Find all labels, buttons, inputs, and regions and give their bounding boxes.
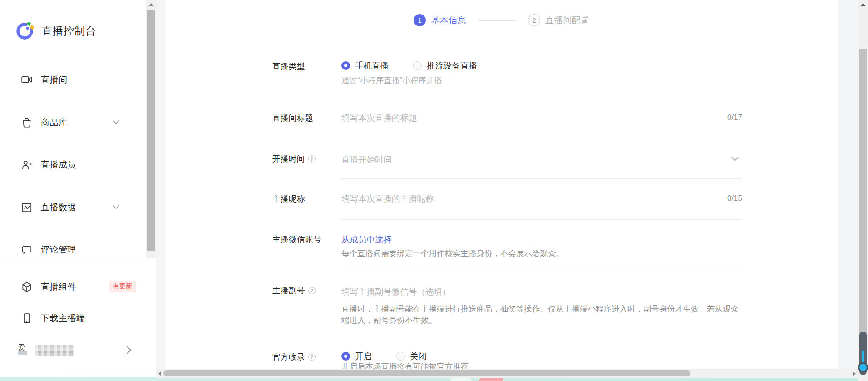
chevron-down-icon [113, 120, 119, 124]
chevron-right-icon [126, 346, 132, 355]
select-chevron-down-icon[interactable] [731, 156, 739, 162]
app-logo-row: 直播控制台 [15, 21, 96, 41]
row-divider [341, 334, 742, 334]
radio-selected-icon [341, 61, 350, 70]
account-name-redacted [35, 345, 74, 356]
help-icon[interactable]: ? [308, 287, 316, 294]
anchor-sub-helper: 直播时，主播副号能在主播端进行推送商品，抽奖等操作。仅从主播端小程序进入时，副号… [341, 303, 742, 326]
official-listing-helper: 开启后本场直播将有可能被官方推荐 [341, 361, 742, 369]
step-2-circle: 2 [528, 14, 540, 26]
row-divider [341, 269, 742, 269]
bag-icon [21, 117, 33, 129]
field-label-official-listing: 官方收录 ? [272, 351, 316, 362]
app-title: 直播控制台 [42, 24, 96, 38]
vertical-scrollbar[interactable] [858, 0, 868, 381]
app-logo-icon [15, 21, 35, 41]
help-icon[interactable]: ? [308, 353, 316, 361]
field-label-anchor-sub: 主播副号 ? [272, 285, 316, 296]
select-from-members-link[interactable]: 从成员中选择 [341, 234, 392, 245]
scroll-up-arrow-icon[interactable] [148, 3, 154, 6]
field-label-anchor-wechat: 主播微信账号 [272, 234, 321, 245]
room-title-counter: 0/17 [674, 113, 742, 122]
sidebar-item-download-anchor-app[interactable]: 下载主播端 [0, 306, 146, 331]
field-label-live-type: 直播类型 [272, 61, 305, 72]
chevron-down-icon [113, 205, 119, 209]
camera-icon [21, 74, 33, 86]
scroll-right-arrow-icon[interactable] [853, 371, 856, 376]
radio-phone-live[interactable]: 手机直播 [341, 60, 389, 71]
sidebar-divider [0, 258, 156, 258]
scroll-left-arrow-icon[interactable] [158, 371, 161, 376]
sidebar-item-live-data[interactable]: 直播数据 [0, 195, 146, 220]
field-label-room-title: 直播间标题 [272, 113, 313, 124]
start-time-select[interactable] [341, 153, 705, 167]
field-label-anchor-nickname: 主播昵称 [272, 193, 305, 204]
sidebar-item-product-library[interactable]: 商品库 [0, 110, 146, 135]
sidebar-scrollbar[interactable] [146, 0, 156, 258]
row-divider [341, 178, 742, 179]
sidebar-scrollbar-thumb[interactable] [147, 10, 155, 251]
horizontal-scrollbar[interactable] [156, 369, 858, 378]
footer-cancel-button[interactable] [449, 378, 472, 381]
anchor-sub-input[interactable] [341, 285, 705, 299]
members-icon [21, 159, 33, 171]
room-title-input[interactable] [341, 111, 705, 125]
anchor-wechat-helper: 每个直播间需要绑定一个用作核实主播身份，不会展示给观众。 [341, 248, 742, 259]
account-row[interactable]: 爱 [0, 338, 146, 363]
vertical-scrollbar-thumb[interactable] [859, 49, 867, 340]
live-console-screen: 直播控制台 直播间 商品库 直播 [0, 0, 868, 381]
row-divider [341, 219, 742, 220]
scroll-up-arrow-icon[interactable] [860, 3, 866, 6]
sidebar-item-live-room[interactable]: 直播间 [0, 67, 146, 93]
scroll-indicator-widget [859, 332, 867, 375]
radio-unselected-icon [413, 61, 422, 70]
horizontal-scrollbar-thumb[interactable] [163, 370, 690, 376]
avatar: 爱 [18, 343, 29, 358]
row-divider [341, 97, 742, 97]
radio-unselected-icon [396, 352, 405, 361]
update-badge: 有更新 [109, 281, 136, 292]
radio-push-device-live[interactable]: 推流设备直播 [413, 60, 477, 71]
step-1-circle: 1 [414, 14, 426, 26]
phone-icon [21, 312, 33, 324]
help-icon[interactable]: ? [308, 155, 316, 163]
footer-submit-button[interactable] [479, 378, 503, 381]
radio-selected-icon [341, 352, 350, 361]
step-connector [478, 20, 516, 21]
sidebar-item-live-members[interactable]: 直播成员 [0, 152, 146, 178]
cube-icon [21, 281, 33, 293]
avatar-subtext-blur [18, 351, 27, 355]
anchor-nickname-counter: 0/15 [674, 194, 742, 203]
sidebar-item-comment-management[interactable]: 评论管理 [0, 237, 146, 262]
step-basic-info[interactable]: 1 基本信息 [414, 14, 466, 26]
comment-icon [21, 244, 33, 256]
anchor-nickname-input[interactable] [341, 192, 705, 206]
form-card: 1 基本信息 2 直播间配置 直播类型 手机直播 [165, 0, 838, 369]
sidebar: 直播控制台 直播间 商品库 直播 [0, 0, 156, 377]
step-indicator: 1 基本信息 2 直播间配置 [165, 14, 838, 26]
field-label-start-time: 开播时间 ? [272, 153, 316, 164]
step-room-config[interactable]: 2 直播间配置 [528, 14, 590, 26]
radio-official-off[interactable]: 关闭 [396, 351, 427, 362]
live-type-radio-group: 手机直播 推流设备直播 [341, 60, 502, 71]
chart-icon [21, 202, 33, 213]
scroll-indicator-ball [858, 362, 868, 372]
official-listing-radio-group: 开启 关闭 [341, 351, 451, 362]
sidebar-item-live-components[interactable]: 直播组件 有更新 [0, 274, 146, 300]
row-divider [341, 139, 742, 139]
live-type-helper: 通过“小程序直播”小程序开播 [341, 75, 742, 86]
radio-official-on[interactable]: 开启 [341, 351, 372, 362]
main-area: 1 基本信息 2 直播间配置 直播类型 手机直播 [156, 0, 858, 378]
